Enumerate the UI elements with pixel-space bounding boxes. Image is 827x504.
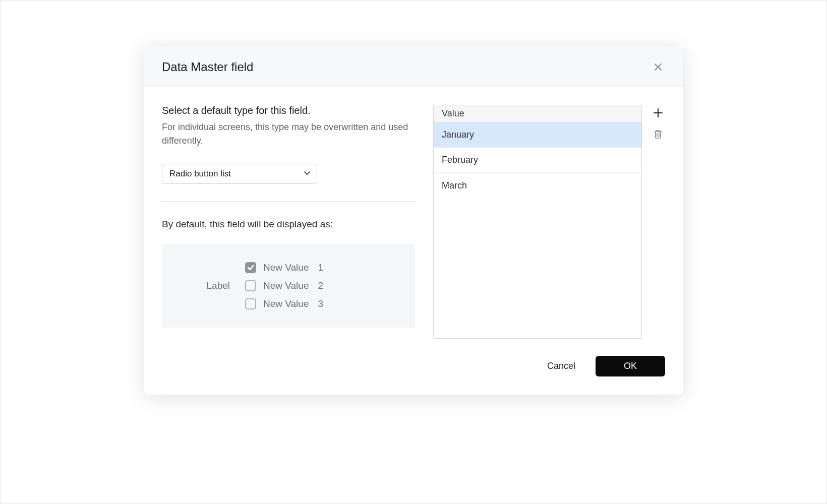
- displayed-as-label: By default, this field will be displayed…: [162, 219, 415, 230]
- checkbox[interactable]: [245, 298, 256, 309]
- value-list-header: Value: [434, 105, 641, 122]
- checkbox-number: 1: [318, 262, 323, 273]
- add-value-button[interactable]: [651, 106, 665, 120]
- checkbox-group: New Value1New Value2New Value3: [245, 262, 323, 309]
- checkbox[interactable]: [245, 262, 256, 273]
- dialog-title: Data Master field: [162, 60, 253, 74]
- checkbox[interactable]: [245, 280, 256, 291]
- value-list: Value JanuaryFebruaryMarch: [433, 105, 642, 339]
- checkbox-number: 2: [318, 280, 323, 291]
- value-list-item[interactable]: March: [434, 173, 641, 198]
- dialog-footer: Cancel OK: [144, 351, 683, 395]
- preview-row: Label New Value1New Value2New Value3: [202, 262, 395, 309]
- checkbox-row: New Value1: [245, 262, 323, 273]
- ok-button[interactable]: OK: [596, 356, 665, 376]
- value-items-container: JanuaryFebruaryMarch: [434, 122, 641, 198]
- checkbox-row: New Value2: [245, 280, 323, 291]
- trash-icon: [653, 129, 663, 139]
- dialog-body: Select a default type for this field. Fo…: [144, 87, 683, 351]
- instruction-title: Select a default type for this field.: [162, 105, 415, 116]
- plus-icon: [653, 107, 664, 118]
- value-actions: [651, 105, 665, 339]
- checkbox-label: New Value: [263, 298, 309, 309]
- checkbox-row: New Value3: [245, 298, 323, 309]
- cancel-button[interactable]: Cancel: [547, 361, 575, 371]
- left-column: Select a default type for this field. Fo…: [162, 105, 415, 339]
- value-list-item[interactable]: January: [434, 122, 641, 148]
- close-button[interactable]: [651, 60, 665, 74]
- checkbox-label: New Value: [263, 262, 309, 273]
- divider: [162, 201, 415, 202]
- preview-label: Label: [202, 280, 230, 291]
- type-select-value: Radio button list: [162, 164, 317, 184]
- close-icon: [654, 62, 663, 72]
- type-select[interactable]: Radio button list: [162, 164, 317, 184]
- data-master-field-dialog: Data Master field Select a default type …: [144, 46, 683, 395]
- delete-value-button[interactable]: [651, 127, 665, 141]
- preview-panel: Label New Value1New Value2New Value3: [162, 244, 415, 328]
- check-icon: [247, 264, 254, 271]
- checkbox-label: New Value: [263, 280, 309, 291]
- instruction-subtitle: For individual screens, this type may be…: [162, 120, 414, 148]
- value-list-item[interactable]: February: [434, 148, 641, 173]
- right-column: Value JanuaryFebruaryMarch: [433, 105, 665, 339]
- dialog-header: Data Master field: [144, 46, 683, 87]
- checkbox-number: 3: [318, 298, 323, 309]
